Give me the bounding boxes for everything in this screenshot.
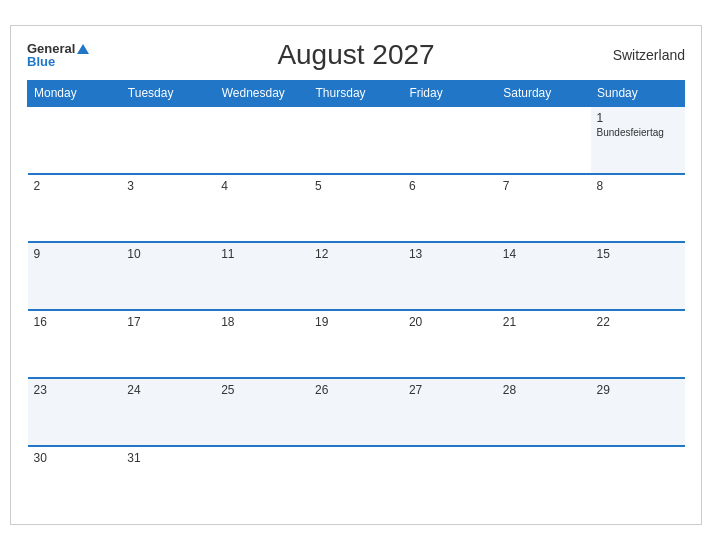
calendar-cell [497,106,591,174]
day-number: 1 [597,111,679,125]
calendar-cell: 14 [497,242,591,310]
day-number: 29 [597,383,679,397]
calendar-cell: 13 [403,242,497,310]
calendar-cell [28,106,122,174]
week-row-4: 16171819202122 [28,310,685,378]
week-row-6: 3031 [28,446,685,514]
day-number: 9 [34,247,116,261]
calendar-cell: 20 [403,310,497,378]
calendar-container: General Blue August 2027 Switzerland Mon… [10,25,702,525]
calendar-cell [215,446,309,514]
calendar-cell: 27 [403,378,497,446]
calendar-cell [497,446,591,514]
day-number: 7 [503,179,585,193]
calendar-cell: 19 [309,310,403,378]
calendar-cell: 18 [215,310,309,378]
day-number: 30 [34,451,116,465]
calendar-grid: MondayTuesdayWednesdayThursdayFridaySatu… [27,80,685,514]
week-row-3: 9101112131415 [28,242,685,310]
calendar-cell: 26 [309,378,403,446]
logo-blue: Blue [27,55,55,68]
calendar-cell: 28 [497,378,591,446]
logo-triangle-icon [77,44,89,54]
calendar-cell [403,446,497,514]
day-number: 11 [221,247,303,261]
calendar-cell: 8 [591,174,685,242]
country-label: Switzerland [613,47,685,63]
day-number: 12 [315,247,397,261]
calendar-cell: 17 [121,310,215,378]
weekday-header-sunday: Sunday [591,81,685,107]
calendar-cell: 11 [215,242,309,310]
weekday-header-friday: Friday [403,81,497,107]
day-number: 6 [409,179,491,193]
day-number: 5 [315,179,397,193]
day-event: Bundesfeiertag [597,127,679,138]
day-number: 3 [127,179,209,193]
calendar-header: General Blue August 2027 Switzerland [27,42,685,68]
calendar-cell: 6 [403,174,497,242]
calendar-cell [309,106,403,174]
week-row-2: 2345678 [28,174,685,242]
day-number: 16 [34,315,116,329]
day-number: 4 [221,179,303,193]
day-number: 21 [503,315,585,329]
weekday-header-wednesday: Wednesday [215,81,309,107]
day-number: 19 [315,315,397,329]
calendar-cell: 9 [28,242,122,310]
calendar-cell [403,106,497,174]
calendar-cell: 21 [497,310,591,378]
calendar-cell: 5 [309,174,403,242]
calendar-cell: 15 [591,242,685,310]
calendar-cell: 16 [28,310,122,378]
day-number: 31 [127,451,209,465]
calendar-cell: 25 [215,378,309,446]
day-number: 24 [127,383,209,397]
day-number: 17 [127,315,209,329]
calendar-cell: 22 [591,310,685,378]
weekday-header-monday: Monday [28,81,122,107]
day-number: 2 [34,179,116,193]
day-number: 22 [597,315,679,329]
calendar-cell [591,446,685,514]
day-number: 15 [597,247,679,261]
day-number: 23 [34,383,116,397]
day-number: 28 [503,383,585,397]
calendar-cell: 2 [28,174,122,242]
day-number: 27 [409,383,491,397]
day-number: 13 [409,247,491,261]
calendar-cell [121,106,215,174]
week-row-1: 1Bundesfeiertag [28,106,685,174]
calendar-cell: 29 [591,378,685,446]
weekday-header-row: MondayTuesdayWednesdayThursdayFridaySatu… [28,81,685,107]
calendar-cell: 10 [121,242,215,310]
day-number: 14 [503,247,585,261]
logo-area: General Blue [27,42,89,68]
month-title: August 2027 [277,39,434,71]
calendar-cell: 7 [497,174,591,242]
weekday-header-tuesday: Tuesday [121,81,215,107]
day-number: 25 [221,383,303,397]
calendar-cell [215,106,309,174]
day-number: 18 [221,315,303,329]
weekday-header-saturday: Saturday [497,81,591,107]
calendar-cell: 1Bundesfeiertag [591,106,685,174]
calendar-cell: 31 [121,446,215,514]
calendar-cell: 4 [215,174,309,242]
day-number: 8 [597,179,679,193]
day-number: 20 [409,315,491,329]
week-row-5: 23242526272829 [28,378,685,446]
day-number: 10 [127,247,209,261]
calendar-cell: 12 [309,242,403,310]
calendar-cell [309,446,403,514]
day-number: 26 [315,383,397,397]
calendar-cell: 30 [28,446,122,514]
calendar-cell: 23 [28,378,122,446]
calendar-cell: 24 [121,378,215,446]
weekday-header-thursday: Thursday [309,81,403,107]
calendar-cell: 3 [121,174,215,242]
